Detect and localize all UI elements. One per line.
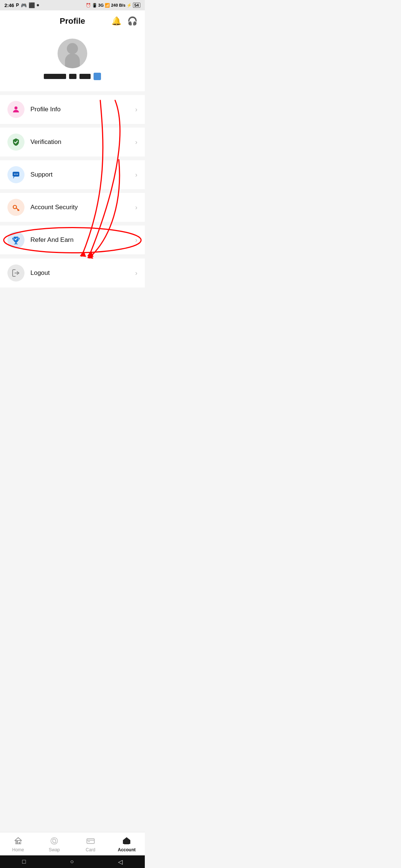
header-title: Profile	[60, 16, 85, 26]
status-time: 2:46	[4, 3, 14, 8]
support-label: Support	[30, 171, 135, 178]
menu-item-verification[interactable]: Verification ›	[0, 128, 145, 157]
menu-item-refer-earn[interactable]: Refer And Earn ›	[0, 226, 145, 255]
avatar	[58, 39, 87, 68]
sim-icon: ⬛	[29, 2, 35, 8]
account-security-label: Account Security	[30, 204, 135, 211]
menu-card-logout: Logout ›	[0, 259, 145, 287]
menu-item-support[interactable]: Support ›	[0, 160, 145, 189]
menu-card-support: Support ›	[0, 160, 145, 189]
logout-icon	[12, 269, 20, 277]
profile-info-label: Profile Info	[30, 106, 135, 113]
profile-info-icon-wrap	[7, 101, 25, 118]
svg-point-2	[14, 174, 15, 174]
svg-point-0	[14, 106, 17, 109]
p-icon: P	[16, 3, 19, 8]
vibrate-icon: 📳	[92, 3, 97, 8]
menu-card-verification: Verification ›	[0, 128, 145, 157]
svg-point-3	[16, 174, 16, 174]
svg-rect-10	[14, 244, 18, 244]
data-speed: 240 B/s	[111, 3, 125, 7]
menu-item-logout[interactable]: Logout ›	[0, 259, 145, 287]
verification-icon-wrap	[7, 134, 25, 151]
menu-item-account-security[interactable]: Account Security ›	[0, 193, 145, 222]
verification-label: Verification	[30, 138, 135, 146]
person-icon	[12, 105, 20, 114]
refer-earn-chevron: ›	[135, 236, 137, 244]
battery-icon: ⚡	[127, 3, 132, 8]
refer-earn-icon-wrap	[7, 231, 25, 249]
support-icon-wrap	[7, 166, 25, 183]
status-bar: 2:46 P 🎮 ⬛ ⏰ 📳 3G 📶 240 B/s ⚡ 54	[0, 0, 145, 10]
account-security-chevron: ›	[135, 204, 137, 211]
trophy-icon	[12, 236, 20, 244]
username-block-2	[69, 74, 76, 79]
key-icon	[12, 203, 20, 212]
menu-card-account-security: Account Security ›	[0, 193, 145, 222]
menu-item-profile-info[interactable]: Profile Info ›	[0, 95, 145, 124]
support-chevron: ›	[135, 171, 137, 179]
refer-earn-label: Refer And Earn	[30, 236, 135, 244]
gamepad-icon: 🎮	[21, 3, 27, 8]
svg-point-4	[17, 174, 18, 174]
signal-icon: 3G	[98, 3, 104, 7]
network-icon: 📶	[105, 3, 110, 8]
chat-icon	[12, 170, 20, 179]
verified-badge	[94, 73, 101, 80]
dot-icon	[37, 4, 39, 6]
username-block-1	[44, 74, 66, 79]
logout-label: Logout	[30, 269, 135, 277]
clock-icon: ⏰	[86, 3, 91, 8]
account-security-icon-wrap	[7, 199, 25, 216]
menu-card-profile: Profile Info ›	[0, 95, 145, 124]
menu-card-refer-earn: Refer And Earn ›	[0, 226, 145, 255]
shield-icon	[12, 138, 20, 147]
logout-chevron: ›	[135, 269, 137, 277]
menu-list: Profile Info › Verification ›	[0, 91, 145, 295]
svg-rect-9	[15, 243, 17, 244]
notification-bell-icon[interactable]: 🔔	[111, 16, 121, 26]
verification-chevron: ›	[135, 138, 137, 146]
avatar-section	[0, 31, 145, 91]
battery-level: 54	[133, 3, 140, 8]
username-block-3	[79, 74, 91, 79]
logout-icon-wrap	[7, 264, 25, 282]
support-headset-icon[interactable]: 🎧	[127, 16, 137, 26]
profile-info-chevron: ›	[135, 106, 137, 114]
header: Profile 🔔 🎧	[0, 10, 145, 31]
